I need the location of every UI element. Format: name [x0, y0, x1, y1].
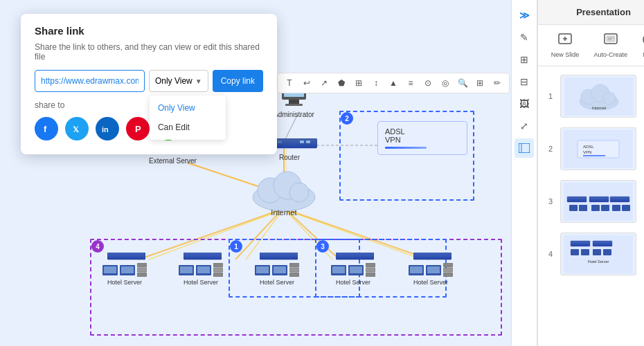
- svg-rect-109: [593, 241, 612, 246]
- svg-rect-36: [104, 266, 116, 273]
- svg-text:Internet: Internet: [592, 106, 607, 110]
- minus-tool[interactable]: ⊟: [515, 72, 534, 91]
- canvas-toolbar: T ↩ ↗ ⬟ ⊞ ↕ ▲ ≡ ⊙ ◎ 🔍 ⊞ ✏: [277, 73, 510, 93]
- play-btn[interactable]: Play: [638, 30, 644, 61]
- svg-rect-113: [603, 249, 611, 255]
- twitter-icon[interactable]: 𝕏: [65, 117, 89, 140]
- svg-rect-110: [571, 249, 579, 255]
- zoom-tool[interactable]: 🔍: [455, 75, 470, 91]
- new-slide-btn[interactable]: New Slide: [547, 30, 584, 61]
- slide-item-1[interactable]: 1 Internet: [544, 72, 644, 120]
- internet-cloud: Internet: [249, 166, 319, 215]
- linkedin-icon[interactable]: in: [96, 117, 119, 140]
- facebook-icon[interactable]: f: [35, 117, 58, 140]
- pinterest-icon[interactable]: P: [126, 117, 150, 140]
- svg-text:P: P: [135, 124, 141, 134]
- hotel-server-3: Hotel Server: [255, 263, 299, 286]
- side-toolbar: ≫ ✎ ⊞ ⊟ 🖼 ⤢: [511, 0, 537, 346]
- slide-thumb-2: ADSL VPN: [560, 127, 636, 170]
- svg-rect-111: [581, 249, 589, 255]
- modal-title: Share link: [35, 25, 263, 37]
- slide-item-3[interactable]: 3: [544, 177, 644, 226]
- svg-rect-108: [571, 241, 590, 246]
- text-tool[interactable]: T: [282, 75, 297, 91]
- hotel-server-5: Hotel Server: [409, 263, 453, 286]
- hotel-server-1: Hotel Server: [102, 263, 147, 286]
- svg-rect-52: [274, 266, 286, 273]
- svg-rect-40: [137, 268, 147, 272]
- slides-tool[interactable]: [515, 138, 534, 158]
- switch-1: [107, 251, 145, 264]
- svg-text:Hotel Server: Hotel Server: [588, 260, 609, 264]
- badge-4: 4: [91, 240, 104, 253]
- svg-rect-20: [278, 140, 282, 143]
- svg-rect-75: [519, 143, 530, 153]
- slide-item-2[interactable]: 2 ADSL VPN: [544, 125, 644, 173]
- svg-rect-26: [285, 104, 303, 106]
- link-row: Only View ▼ Only View Can Edit Copy link: [35, 70, 263, 92]
- panel-toolbar: New Slide Auto-Create Play: [538, 25, 644, 66]
- shape-tool[interactable]: ⬟: [334, 75, 349, 91]
- svg-rect-45: [197, 266, 210, 273]
- svg-rect-22: [306, 140, 310, 143]
- expand-btn[interactable]: ≫: [515, 6, 534, 25]
- corner-tool[interactable]: ↩: [299, 75, 314, 91]
- share-link-modal: Share link Share the link to others, and…: [21, 14, 277, 154]
- slide-thumb-1: Internet: [560, 75, 636, 118]
- hotel-server-4: Hotel Server: [331, 263, 375, 286]
- svg-rect-48: [213, 273, 223, 277]
- hotel-server-2: Hotel Server: [179, 263, 223, 286]
- grid-tool[interactable]: ⊞: [351, 75, 366, 91]
- auto-create-icon: [604, 33, 618, 49]
- table-tool[interactable]: ⊞: [472, 75, 488, 91]
- switch-2: [184, 251, 222, 264]
- svg-rect-99: [589, 197, 609, 202]
- svg-rect-104: [601, 205, 609, 211]
- svg-rect-68: [443, 268, 453, 272]
- adsl-vpn-box: ADSL VPN: [377, 121, 467, 155]
- svg-rect-47: [213, 268, 223, 272]
- svg-rect-54: [289, 268, 299, 272]
- panel-header: Presentation: [538, 0, 644, 25]
- shapes-tool[interactable]: ⊞: [515, 50, 534, 69]
- image-tool[interactable]: 🖼: [515, 94, 534, 113]
- slide-item-4[interactable]: 4: [544, 230, 644, 278]
- chevron-down-icon: ▼: [195, 78, 202, 85]
- svg-rect-57: [332, 266, 345, 273]
- svg-rect-72: [260, 253, 298, 260]
- option-only-view[interactable]: Only View: [150, 98, 226, 118]
- svg-rect-61: [366, 268, 375, 272]
- align-tool[interactable]: ↕: [368, 75, 384, 91]
- permission-dropdown[interactable]: Only View ▼ Only View Can Edit: [149, 70, 208, 92]
- svg-text:f: f: [44, 124, 47, 134]
- svg-rect-81: [607, 36, 615, 42]
- auto-create-btn[interactable]: Auto-Create: [590, 30, 632, 61]
- svg-line-7: [284, 114, 298, 142]
- triangle-tool[interactable]: ▲: [386, 75, 401, 91]
- svg-rect-106: [622, 205, 630, 211]
- switch-3: [260, 251, 298, 264]
- option-can-edit[interactable]: Can Edit: [150, 118, 226, 137]
- ring-tool[interactable]: ◎: [438, 75, 453, 91]
- link-input[interactable]: [35, 70, 145, 92]
- copy-link-button[interactable]: Copy link: [213, 70, 263, 92]
- svg-rect-73: [336, 253, 374, 260]
- svg-rect-103: [591, 205, 600, 211]
- svg-rect-101: [569, 205, 578, 211]
- switch-4: [336, 251, 374, 264]
- badge-3: 3: [316, 240, 329, 253]
- slides-panel: 1 Internet: [538, 66, 644, 346]
- svg-rect-112: [593, 249, 601, 255]
- edit-tool[interactable]: ✏: [490, 75, 505, 91]
- svg-rect-105: [612, 205, 620, 211]
- svg-rect-98: [567, 197, 587, 202]
- modal-description: Share the link to others, and they can v…: [35, 42, 263, 62]
- svg-point-16: [289, 183, 309, 202]
- pen-tool[interactable]: ✎: [515, 28, 534, 47]
- svg-rect-21: [300, 140, 304, 143]
- resize-tool[interactable]: ⤢: [515, 116, 534, 136]
- arrow-tool[interactable]: ↗: [316, 75, 332, 91]
- slide-thumb-3: [560, 180, 636, 223]
- circle-tool[interactable]: ⊙: [420, 75, 436, 91]
- list-tool[interactable]: ≡: [403, 75, 418, 91]
